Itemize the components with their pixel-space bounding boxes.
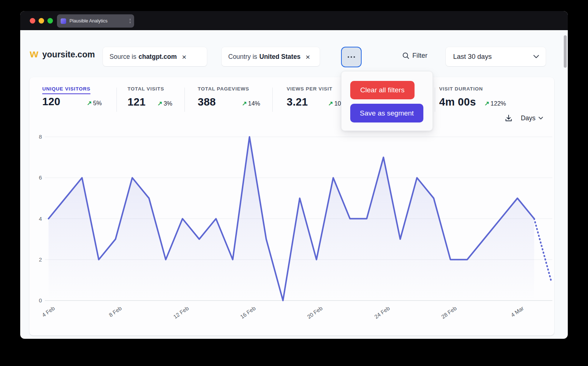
tab-title: Plausible Analytics [69,18,128,24]
metric-label: VISIT DURATION [439,86,483,92]
filter-prefix: Country is [228,53,257,61]
filter-prefix: Source is [110,53,136,61]
metric-divider [184,88,185,112]
y-axis-label: 8 [31,134,42,140]
zoom-window-button[interactable] [47,18,53,24]
y-axis-label: 2 [31,256,42,263]
y-axis-label: 0 [31,297,42,303]
trend-up-icon: ↗ [328,100,333,107]
metric-label: UNIQUE VISITORS [42,86,90,94]
metric-unique-visitors[interactable]: UNIQUE VISITORS 120 ↗5% [42,85,102,108]
trend-up-icon: ↗ [484,100,490,107]
x-axis-label: 4 Feb [41,305,56,318]
metric-views-per-visit[interactable]: VIEWS PER VISIT 3.21 ↗10 [287,85,341,108]
filter-pill-country[interactable]: Country is United States × [222,47,320,66]
date-range-select[interactable]: Last 30 days [446,47,546,66]
metric-value: 121 [128,96,146,108]
date-range-value: Last 30 days [453,53,492,61]
metric-change: ↗122% [484,100,506,107]
site-favicon-icon: w [30,48,38,60]
download-icon[interactable] [505,114,513,122]
interval-value: Days [521,114,535,122]
metric-total-visits[interactable]: TOTAL VISITS 121 ↗3% [128,85,172,108]
filter-pill-source[interactable]: Source is chatgpt.com × [103,47,207,66]
metric-change: ↗10 [328,100,341,107]
filter-value: chatgpt.com [139,53,177,61]
dashboard-card: UNIQUE VISITORS 120 ↗5% TOTAL VISITS 121… [29,77,554,335]
metric-label: TOTAL VISITS [128,86,164,92]
browser-tab[interactable]: Plausible Analytics [57,14,134,28]
metric-label: VIEWS PER VISIT [287,86,333,92]
tab-menu-icon[interactable] [130,19,131,23]
metric-change: ↗3% [157,100,172,107]
metric-divider [116,88,117,112]
chevron-down-icon [533,55,539,58]
plausible-logo-icon [61,18,66,24]
filter-button-label: Filter [412,51,427,60]
x-axis-label: 8 Feb [108,305,123,318]
chart-canvas[interactable] [45,137,552,301]
metric-value: 120 [42,96,60,108]
x-axis-label: 24 Feb [373,305,391,320]
clear-all-filters-button[interactable]: Clear all filters [350,81,415,99]
visitors-chart[interactable]: 024684 Feb8 Feb12 Feb16 Feb20 Feb24 Feb2… [45,137,552,301]
chart-line-dashed-tail [534,219,551,280]
browser-window: Plausible Analytics w yoursite.com Sourc… [20,11,568,339]
interval-select[interactable]: Days [521,114,543,122]
chevron-down-icon [538,117,543,120]
x-axis-label: 4 Mar [510,305,525,318]
trend-up-icon: ↗ [87,100,92,106]
x-axis-label: 12 Feb [172,305,190,320]
trend-up-icon: ↗ [157,100,162,107]
more-filters-button[interactable] [341,47,362,67]
metric-label: TOTAL PAGEVIEWS [198,86,249,92]
metric-total-pageviews[interactable]: TOTAL PAGEVIEWS 388 ↗14% [198,85,260,108]
y-axis-label: 6 [31,174,42,181]
close-window-button[interactable] [30,18,35,24]
x-axis-label: 28 Feb [440,305,458,320]
titlebar: Plausible Analytics [20,11,568,30]
add-filter-button[interactable]: Filter [402,51,427,60]
metric-divider [435,88,435,112]
filter-value: United States [259,53,301,61]
scrollbar-thumb[interactable] [564,35,567,68]
metric-change: ↗14% [242,100,260,107]
y-axis-label: 4 [31,216,42,222]
minimize-window-button[interactable] [39,18,44,24]
metric-visit-duration[interactable]: VISIT DURATION 4m 00s ↗122% [439,85,506,108]
metric-divider [272,88,273,112]
search-icon [402,52,409,59]
metric-value: 4m 00s [439,96,476,108]
x-axis-label: 16 Feb [239,305,257,320]
remove-filter-icon[interactable]: × [306,53,310,61]
metric-change: ↗5% [87,100,102,107]
save-as-segment-button[interactable]: Save as segment [350,104,423,122]
metric-value: 388 [198,96,216,108]
x-axis-label: 20 Feb [306,305,324,320]
filter-actions-menu: Clear all filters Save as segment [341,71,433,131]
metric-value: 3.21 [287,96,308,108]
site-name[interactable]: yoursite.com [42,50,95,60]
remove-filter-icon[interactable]: × [182,53,186,61]
trend-up-icon: ↗ [242,100,247,107]
